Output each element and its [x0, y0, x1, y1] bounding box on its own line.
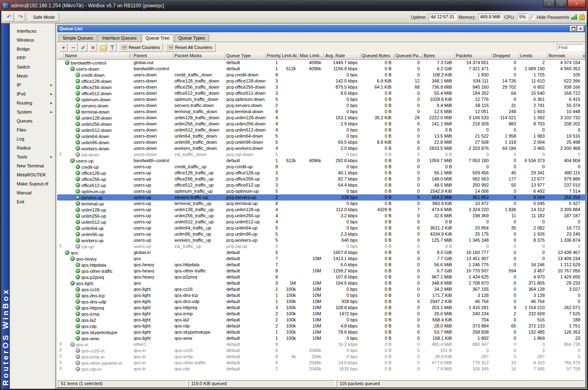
traffic-graph-icon[interactable]	[571, 14, 577, 20]
sidebar-item-files[interactable]: Files	[10, 125, 55, 134]
reset-counters-button[interactable]: 00 Reset Counters	[118, 43, 163, 52]
undo-icon[interactable]: ↶	[4, 13, 14, 22]
queue-row-workers-down[interactable]: workers-downusers-downworkers_traffic_do…	[57, 145, 585, 152]
queue-row-unlim128-down[interactable]: unlim128-downusers-downunlim128_traffic_…	[57, 115, 585, 121]
queue-row-qos-httpreq[interactable]: qos-httpreqqos-lightqos-httpreqdefault31…	[57, 305, 585, 311]
comment-icon[interactable]	[98, 43, 107, 52]
tab-interface-queues[interactable]: Interface Queues	[98, 34, 141, 42]
queue-row-zal-up[interactable]: Xzal-upusers-upzal_traffic_uppcq-zal-up5…	[57, 243, 585, 250]
sidebar-item-mesh[interactable]: Mesh	[10, 71, 55, 80]
queue-row-qos-rdp[interactable]: qos-rdpqos-lightqos-rdpdefault2100k10M4.…	[57, 323, 585, 329]
column-header-packets[interactable]: Packets	[455, 53, 492, 60]
minimize-button[interactable]: –	[543, 0, 555, 7]
sidebar-item-interfaces[interactable]: Interfaces	[10, 27, 55, 36]
queue-row-credit-up[interactable]: credit-upusers-upcredit_traffic_uppcq-cr…	[57, 164, 585, 170]
queue-row-unlim64-up[interactable]: unlim64-upusers-upunlim64_traffic_uppcq-…	[57, 225, 585, 231]
queue-row-unlim256-up[interactable]: unlim256-upusers-upunlim256_traffic_uppc…	[57, 213, 585, 219]
sidebar-item-switch[interactable]: Switch	[10, 62, 55, 71]
queue-row-qos-rdp-in[interactable]: Xqos-rdp-inqos-inqos-rdpdefault22048k161…	[57, 366, 585, 372]
queue-row-office512-up[interactable]: office512-upusers-upoffice512_traffic_up…	[57, 182, 585, 188]
redo-icon[interactable]: ↷	[16, 13, 25, 22]
queue-row-qos-la2[interactable]: qos-la2qos-lightqos-la2default2100k10M0 …	[57, 317, 585, 323]
queue-row-qos-skypetoskype[interactable]: qos-skypetoskypeqos-lightqos-skypetoskyp…	[57, 329, 585, 335]
queue-row-office128-up[interactable]: office128-upusers-upoffice128_traffic_up…	[57, 170, 585, 176]
disable-icon[interactable]: ×	[89, 43, 97, 52]
column-header-queued-bytes[interactable]: Queued Bytes	[360, 53, 394, 60]
queue-row-unlim512-down[interactable]: unlim512-downusers-downunlim512_traffic_…	[57, 127, 585, 133]
safe-mode-button[interactable]: Safe Mode	[29, 13, 59, 22]
queue-row-users-down[interactable]: users-downbandwidth-controldefault1512k4…	[57, 66, 585, 72]
queue-row-qos-httpdata[interactable]: qos-httpdataqos-heavyqos-httpdatadefault…	[57, 262, 585, 268]
sidebar-item-metarouter[interactable]: MetaROUTER	[10, 170, 55, 179]
sidebar-item-radius[interactable]: Radius	[10, 143, 55, 152]
sidebar-item-routing[interactable]: Routing▸	[10, 98, 55, 107]
queue-row-unlim96-up[interactable]: unlim96-upusers-upunlim96_traffic_uppcq-…	[57, 231, 585, 237]
column-header-max-limit[interactable]: Max Limit...	[299, 53, 324, 60]
queue-row-qos[interactable]: qosglobal-indefault51607.8 kbps0 B08.0 G…	[57, 250, 585, 256]
queue-row-office256-up[interactable]: office256-upusers-upoffice256_traffic_up…	[57, 176, 585, 182]
queue-row-qos-heavy[interactable]: qos-heavyqosdefault710M1413.1 kbps0 B07.…	[57, 256, 585, 262]
tab-queue-tree[interactable]: Queue Tree	[142, 34, 174, 42]
sidebar-item-ipv6[interactable]: IPv6▸	[10, 89, 55, 98]
enable-icon[interactable]: ✓	[79, 43, 87, 52]
sidebar-item-queues[interactable]: Queues	[10, 116, 55, 125]
queue-row-servers-down[interactable]: servers-downusers-downservers-traffic-do…	[57, 103, 585, 109]
sidebar-item-make-supout-rif[interactable]: Make Supout.rif	[10, 179, 55, 188]
sidebar-item-tools[interactable]: Tools▸	[10, 152, 55, 161]
queue-row-servers-up[interactable]: servers-upusers-upservers-traffic-uppcq-…	[57, 194, 585, 201]
column-header-queue-type[interactable]: Queue Type	[225, 53, 266, 60]
queue-row-credit-down[interactable]: credit-downusers-downcredit_traffic_down…	[57, 72, 585, 78]
sidebar-item-manual[interactable]: Manual	[10, 188, 55, 197]
column-header-packet-marks[interactable]: Packet Marks	[173, 53, 225, 60]
queue-row-qos-light[interactable]: qos-lightqosdefault31M10M194.6 kbps0 B03…	[57, 280, 585, 286]
close-button[interactable]: ×	[568, 0, 586, 7]
sidebar-item-wireless[interactable]: Wireless	[10, 36, 55, 45]
queue-list-titlebar[interactable]: Queue List ×	[57, 25, 585, 32]
filter-icon[interactable]	[108, 43, 117, 52]
column-chooser-button[interactable]: ▼	[583, 53, 585, 60]
maximize-button[interactable]: □	[555, 0, 567, 7]
queue-row-workers-up[interactable]: workers-upusers-upworkers_traffic_uppcq-…	[57, 237, 585, 243]
queue-row-bandwidth-control[interactable]: bandwidth-controlglobal-outdefault14096k…	[57, 60, 585, 66]
column-header-lends[interactable]: Lends	[519, 53, 548, 60]
hide-passwords-checkbox[interactable]: ✓	[530, 15, 535, 20]
column-header-queued-pa[interactable]: Queued Pa...	[394, 53, 423, 60]
add-icon[interactable]: +	[59, 43, 68, 52]
column-header-dropped[interactable]: Dropped	[492, 53, 519, 60]
queue-row-office128-down[interactable]: office128-downusers-downoffice128_traffi…	[57, 78, 585, 84]
queue-row-optimum-up[interactable]: optimum-upusers-upoptimum_traffic_uppcq-…	[57, 188, 585, 194]
queue-close-icon[interactable]: ×	[577, 26, 584, 31]
queue-row-qos-icmp[interactable]: qos-icmpqos-lightqos-icmpdefault2100k10M…	[57, 311, 585, 317]
tab-simple-queues[interactable]: Simple Queues	[58, 34, 97, 42]
titlebar[interactable]: admin@192.168.1.254 (MikroTik) - WinBox …	[0, 0, 588, 11]
column-header-bytes[interactable]: Bytes	[423, 53, 455, 60]
sidebar-item-exit[interactable]: Exit	[10, 197, 55, 206]
sidebar-item-ip[interactable]: IP▸	[10, 80, 55, 89]
queue-row-qos-cs16[interactable]: qos-cs16qos-lightqos-cs16default1100k10M…	[57, 286, 585, 292]
column-header-name[interactable]: Name/	[64, 53, 132, 60]
queue-row-qos-dns-udp[interactable]: qos-dns-udpqos-lightqos-dns-udpdefault11…	[57, 299, 585, 305]
sidebar-item-new-terminal[interactable]: New Terminal	[10, 161, 55, 170]
column-header-parent[interactable]: Parent	[132, 53, 173, 60]
queue-row-qos-wow[interactable]: qos-wowqos-lightqos-wowdefault1100k10M0 …	[57, 335, 585, 341]
tab-queue-types[interactable]: Queue Types	[174, 34, 209, 42]
column-header-limit-at[interactable]: Limit At...	[281, 53, 299, 60]
find-input[interactable]	[557, 44, 583, 51]
restore-icon[interactable]	[570, 26, 577, 31]
queue-row-qos-p2preq[interactable]: qos-p2preqqos-heavyqos-p2preqdefault8107…	[57, 274, 585, 280]
queue-row-office512-down[interactable]: office512-downusers-downoffice512_traffi…	[57, 90, 585, 96]
sidebar-item-ppp[interactable]: PPP	[10, 53, 55, 62]
queue-row-qos-dns-tcp[interactable]: qos-dns-tcpqos-lightqos-dns-tcpdefault11…	[57, 292, 585, 299]
queue-row-optimum-down[interactable]: optimum-downusers-downoptimum_traffic_do…	[57, 96, 585, 103]
remove-icon[interactable]: −	[69, 43, 78, 52]
queue-row-office256-down[interactable]: office256-downusers-downoffice256_traffi…	[57, 84, 585, 90]
queue-row-qos-in[interactable]: Xqos-inether1default816.2 kbps0 B0485.4 …	[57, 341, 585, 348]
queue-row-unlim96-down[interactable]: unlim96-downusers-downunlim96_traffic_do…	[57, 139, 585, 145]
queue-row-unlim128-up[interactable]: unlim128-upusers-upunlim128_traffic_uppc…	[57, 207, 585, 213]
queue-row-unlim64-down[interactable]: unlim64-downusers-downunlim64_traffic_do…	[57, 133, 585, 139]
queue-row-qos-other-packets-in[interactable]: Xqos-other-packets-inqos-inqos-other-tra…	[57, 360, 585, 366]
reset-all-counters-button[interactable]: 00 Reset All Counters	[164, 43, 215, 52]
queue-row-qos-icmp-in[interactable]: Xqos-icmp-inqos-inqos-icmpdefault84k256k…	[57, 354, 585, 360]
queue-row-zal-down[interactable]: Xzal-downusers-downzal_traffic_downpcq-z…	[57, 152, 585, 158]
queue-row-unlim256-down[interactable]: unlim256-downusers-downunlim256_traffic_…	[57, 121, 585, 127]
